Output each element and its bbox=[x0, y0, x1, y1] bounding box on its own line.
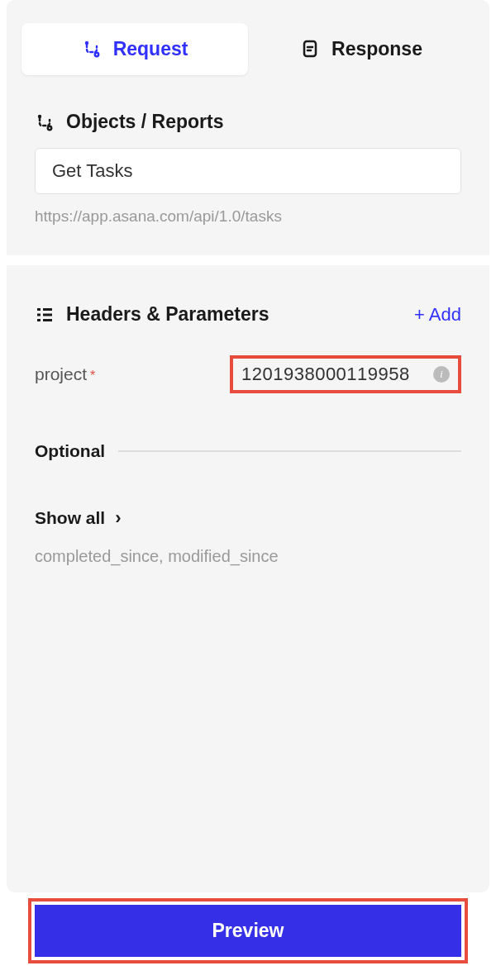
route-icon bbox=[35, 112, 55, 132]
add-param-button[interactable]: + Add bbox=[414, 304, 461, 326]
info-icon[interactable]: i bbox=[433, 366, 450, 383]
optional-params-list: completed_since, modified_since bbox=[35, 547, 461, 566]
tab-response[interactable]: Response bbox=[248, 23, 475, 75]
preview-container: Preview bbox=[28, 898, 468, 963]
objects-header: Objects / Reports bbox=[35, 111, 461, 133]
svg-rect-2 bbox=[304, 41, 316, 56]
config-panel: Request Response Objects / Repo bbox=[7, 0, 489, 892]
tab-response-label: Response bbox=[331, 38, 422, 60]
svg-point-1 bbox=[94, 53, 98, 56]
svg-rect-11 bbox=[37, 319, 41, 321]
svg-rect-7 bbox=[37, 308, 41, 311]
svg-rect-8 bbox=[43, 308, 52, 311]
document-icon bbox=[300, 39, 320, 59]
show-all-toggle[interactable]: Show all › bbox=[35, 507, 461, 529]
optional-line bbox=[118, 450, 461, 452]
params-section: Headers & Parameters + Add project * i O… bbox=[35, 265, 461, 566]
divider bbox=[7, 255, 489, 265]
params-title: Headers & Parameters bbox=[66, 303, 269, 326]
objects-input[interactable] bbox=[35, 148, 461, 194]
param-input-highlight: i bbox=[230, 355, 461, 393]
param-row-project: project * i bbox=[35, 355, 461, 393]
content-area: Objects / Reports https://app.asana.com/… bbox=[7, 83, 489, 566]
optional-divider: Optional bbox=[35, 441, 461, 461]
tab-request-label: Request bbox=[113, 38, 188, 60]
optional-label: Optional bbox=[35, 441, 105, 461]
required-indicator: * bbox=[90, 369, 95, 383]
preview-button[interactable]: Preview bbox=[35, 905, 461, 957]
list-icon bbox=[35, 305, 55, 325]
param-input-project[interactable] bbox=[241, 364, 428, 385]
tab-bar: Request Response bbox=[7, 0, 489, 83]
param-label-project: project * bbox=[35, 364, 95, 384]
objects-title: Objects / Reports bbox=[66, 111, 223, 133]
params-header: Headers & Parameters + Add bbox=[35, 303, 461, 326]
param-label-text: project bbox=[35, 364, 87, 384]
show-all-label: Show all bbox=[35, 508, 105, 528]
svg-rect-12 bbox=[43, 319, 52, 321]
svg-rect-9 bbox=[37, 313, 41, 316]
preview-highlight: Preview bbox=[28, 898, 468, 963]
endpoint-url: https://app.asana.com/api/1.0/tasks bbox=[35, 207, 461, 226]
svg-rect-10 bbox=[43, 313, 52, 316]
svg-point-6 bbox=[48, 126, 51, 129]
chevron-right-icon: › bbox=[115, 507, 121, 529]
tab-request[interactable]: Request bbox=[21, 23, 248, 75]
route-icon bbox=[82, 39, 102, 59]
